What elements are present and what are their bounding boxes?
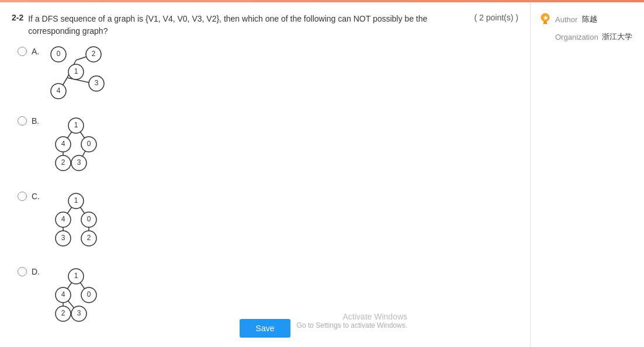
right-panel: ★ Author 陈越 Organization 浙江大学 — [530, 2, 644, 347]
option-d-label: D. — [32, 267, 41, 276]
org-name: 浙江大学 — [602, 32, 632, 42]
svg-text:2: 2 — [92, 50, 96, 58]
question-text: If a DFS sequence of a graph is {V1, V4,… — [28, 13, 462, 37]
save-button[interactable]: Save — [240, 319, 291, 338]
svg-text:4: 4 — [61, 140, 65, 148]
svg-text:1: 1 — [74, 196, 78, 204]
option-c-label: C. — [32, 192, 41, 201]
svg-text:1: 1 — [74, 121, 78, 129]
svg-text:1: 1 — [74, 272, 78, 280]
svg-text:3: 3 — [61, 234, 65, 242]
save-button-container: Save — [240, 319, 291, 338]
option-a-row: A. 0 2 1 — [18, 46, 518, 106]
question-number: 2-2 — [12, 13, 23, 22]
graph-d: 1 4 0 2 3 — [47, 266, 105, 332]
svg-text:2: 2 — [61, 309, 65, 317]
svg-text:2: 2 — [61, 158, 65, 166]
svg-text:4: 4 — [61, 290, 65, 299]
svg-text:0: 0 — [87, 140, 91, 148]
option-b-label: B. — [32, 116, 41, 126]
org-label: Organization — [555, 33, 598, 41]
svg-text:3: 3 — [77, 309, 81, 317]
question-points: ( 2 point(s) ) — [475, 13, 518, 22]
graph-c: 1 4 0 3 2 — [47, 190, 105, 256]
svg-text:3: 3 — [77, 158, 81, 166]
svg-text:1: 1 — [74, 67, 78, 75]
author-name: 陈越 — [582, 14, 597, 25]
option-b-row: B. 1 4 0 — [18, 115, 518, 181]
question-area: 2-2 If a DFS sequence of a graph is {V1,… — [0, 2, 530, 347]
question-header: 2-2 If a DFS sequence of a graph is {V1,… — [12, 13, 518, 37]
svg-text:2: 2 — [87, 234, 91, 242]
option-a-radio[interactable] — [18, 47, 27, 56]
author-label: Author — [555, 15, 577, 24]
author-section: ★ Author 陈越 — [539, 13, 636, 26]
options-list: A. 0 2 1 — [18, 46, 518, 332]
author-icon: ★ — [539, 13, 552, 26]
svg-text:4: 4 — [57, 86, 61, 95]
option-c-row: C. 1 4 0 — [18, 190, 518, 256]
option-d-radio[interactable] — [18, 267, 27, 276]
svg-text:0: 0 — [57, 50, 61, 58]
option-c-radio[interactable] — [18, 192, 27, 201]
svg-text:4: 4 — [61, 215, 65, 223]
org-row: Organization 浙江大学 — [555, 32, 636, 42]
svg-text:3: 3 — [95, 79, 99, 87]
option-b-radio[interactable] — [18, 116, 27, 126]
graph-b: 1 4 0 2 3 — [47, 115, 105, 181]
option-a-label: A. — [32, 47, 41, 56]
svg-text:0: 0 — [87, 215, 91, 223]
svg-text:★: ★ — [543, 15, 549, 21]
svg-text:0: 0 — [87, 290, 91, 299]
graph-a: 0 2 1 4 3 — [47, 46, 117, 106]
